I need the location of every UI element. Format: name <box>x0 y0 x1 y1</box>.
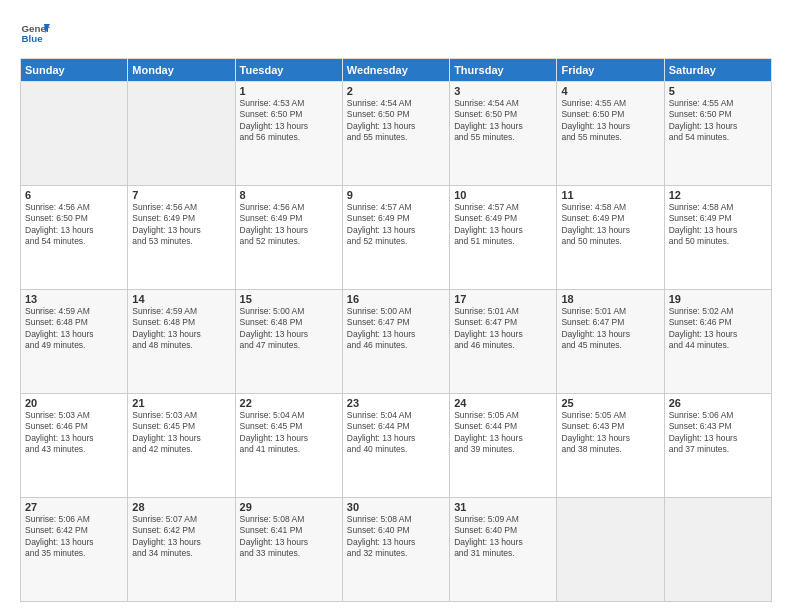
day-number: 16 <box>347 293 445 305</box>
page: General Blue SundayMondayTuesdayWednesda… <box>0 0 792 612</box>
day-number: 22 <box>240 397 338 409</box>
cell-info: Sunrise: 5:05 AM Sunset: 6:43 PM Dayligh… <box>561 410 659 456</box>
weekday-header-wednesday: Wednesday <box>342 59 449 82</box>
calendar-cell: 27Sunrise: 5:06 AM Sunset: 6:42 PM Dayli… <box>21 498 128 602</box>
calendar-cell: 30Sunrise: 5:08 AM Sunset: 6:40 PM Dayli… <box>342 498 449 602</box>
calendar-cell: 2Sunrise: 4:54 AM Sunset: 6:50 PM Daylig… <box>342 82 449 186</box>
cell-info: Sunrise: 5:07 AM Sunset: 6:42 PM Dayligh… <box>132 514 230 560</box>
day-number: 31 <box>454 501 552 513</box>
cell-info: Sunrise: 4:55 AM Sunset: 6:50 PM Dayligh… <box>669 98 767 144</box>
cell-info: Sunrise: 4:59 AM Sunset: 6:48 PM Dayligh… <box>25 306 123 352</box>
cell-info: Sunrise: 4:54 AM Sunset: 6:50 PM Dayligh… <box>454 98 552 144</box>
weekday-header-monday: Monday <box>128 59 235 82</box>
day-number: 7 <box>132 189 230 201</box>
day-number: 5 <box>669 85 767 97</box>
logo-icon: General Blue <box>20 18 50 48</box>
cell-info: Sunrise: 5:08 AM Sunset: 6:41 PM Dayligh… <box>240 514 338 560</box>
day-number: 6 <box>25 189 123 201</box>
calendar-cell: 6Sunrise: 4:56 AM Sunset: 6:50 PM Daylig… <box>21 186 128 290</box>
header: General Blue <box>20 18 772 48</box>
calendar-cell: 18Sunrise: 5:01 AM Sunset: 6:47 PM Dayli… <box>557 290 664 394</box>
day-number: 19 <box>669 293 767 305</box>
calendar-cell: 26Sunrise: 5:06 AM Sunset: 6:43 PM Dayli… <box>664 394 771 498</box>
cell-info: Sunrise: 5:03 AM Sunset: 6:45 PM Dayligh… <box>132 410 230 456</box>
calendar-cell: 24Sunrise: 5:05 AM Sunset: 6:44 PM Dayli… <box>450 394 557 498</box>
day-number: 29 <box>240 501 338 513</box>
cell-info: Sunrise: 4:56 AM Sunset: 6:49 PM Dayligh… <box>132 202 230 248</box>
cell-info: Sunrise: 4:58 AM Sunset: 6:49 PM Dayligh… <box>669 202 767 248</box>
calendar-cell: 29Sunrise: 5:08 AM Sunset: 6:41 PM Dayli… <box>235 498 342 602</box>
day-number: 9 <box>347 189 445 201</box>
calendar-cell: 9Sunrise: 4:57 AM Sunset: 6:49 PM Daylig… <box>342 186 449 290</box>
calendar-cell: 14Sunrise: 4:59 AM Sunset: 6:48 PM Dayli… <box>128 290 235 394</box>
week-row-1: 1Sunrise: 4:53 AM Sunset: 6:50 PM Daylig… <box>21 82 772 186</box>
weekday-header-tuesday: Tuesday <box>235 59 342 82</box>
calendar-cell: 17Sunrise: 5:01 AM Sunset: 6:47 PM Dayli… <box>450 290 557 394</box>
cell-info: Sunrise: 5:00 AM Sunset: 6:48 PM Dayligh… <box>240 306 338 352</box>
week-row-3: 13Sunrise: 4:59 AM Sunset: 6:48 PM Dayli… <box>21 290 772 394</box>
day-number: 17 <box>454 293 552 305</box>
calendar-cell: 8Sunrise: 4:56 AM Sunset: 6:49 PM Daylig… <box>235 186 342 290</box>
calendar-cell: 20Sunrise: 5:03 AM Sunset: 6:46 PM Dayli… <box>21 394 128 498</box>
calendar-cell: 22Sunrise: 5:04 AM Sunset: 6:45 PM Dayli… <box>235 394 342 498</box>
cell-info: Sunrise: 4:56 AM Sunset: 6:49 PM Dayligh… <box>240 202 338 248</box>
day-number: 26 <box>669 397 767 409</box>
day-number: 14 <box>132 293 230 305</box>
cell-info: Sunrise: 4:54 AM Sunset: 6:50 PM Dayligh… <box>347 98 445 144</box>
day-number: 1 <box>240 85 338 97</box>
weekday-header-friday: Friday <box>557 59 664 82</box>
cell-info: Sunrise: 4:56 AM Sunset: 6:50 PM Dayligh… <box>25 202 123 248</box>
week-row-5: 27Sunrise: 5:06 AM Sunset: 6:42 PM Dayli… <box>21 498 772 602</box>
cell-info: Sunrise: 5:02 AM Sunset: 6:46 PM Dayligh… <box>669 306 767 352</box>
cell-info: Sunrise: 5:03 AM Sunset: 6:46 PM Dayligh… <box>25 410 123 456</box>
day-number: 8 <box>240 189 338 201</box>
day-number: 27 <box>25 501 123 513</box>
weekday-header-saturday: Saturday <box>664 59 771 82</box>
calendar-cell: 4Sunrise: 4:55 AM Sunset: 6:50 PM Daylig… <box>557 82 664 186</box>
weekday-header-thursday: Thursday <box>450 59 557 82</box>
cell-info: Sunrise: 5:01 AM Sunset: 6:47 PM Dayligh… <box>561 306 659 352</box>
cell-info: Sunrise: 5:06 AM Sunset: 6:43 PM Dayligh… <box>669 410 767 456</box>
calendar-cell: 19Sunrise: 5:02 AM Sunset: 6:46 PM Dayli… <box>664 290 771 394</box>
calendar-cell: 5Sunrise: 4:55 AM Sunset: 6:50 PM Daylig… <box>664 82 771 186</box>
cell-info: Sunrise: 4:57 AM Sunset: 6:49 PM Dayligh… <box>347 202 445 248</box>
calendar-cell: 13Sunrise: 4:59 AM Sunset: 6:48 PM Dayli… <box>21 290 128 394</box>
calendar-cell <box>557 498 664 602</box>
cell-info: Sunrise: 4:57 AM Sunset: 6:49 PM Dayligh… <box>454 202 552 248</box>
calendar-cell <box>128 82 235 186</box>
weekday-header-row: SundayMondayTuesdayWednesdayThursdayFrid… <box>21 59 772 82</box>
logo: General Blue <box>20 18 50 48</box>
week-row-2: 6Sunrise: 4:56 AM Sunset: 6:50 PM Daylig… <box>21 186 772 290</box>
cell-info: Sunrise: 4:59 AM Sunset: 6:48 PM Dayligh… <box>132 306 230 352</box>
calendar-cell: 15Sunrise: 5:00 AM Sunset: 6:48 PM Dayli… <box>235 290 342 394</box>
day-number: 24 <box>454 397 552 409</box>
calendar-cell: 31Sunrise: 5:09 AM Sunset: 6:40 PM Dayli… <box>450 498 557 602</box>
day-number: 4 <box>561 85 659 97</box>
day-number: 12 <box>669 189 767 201</box>
day-number: 30 <box>347 501 445 513</box>
day-number: 21 <box>132 397 230 409</box>
cell-info: Sunrise: 5:04 AM Sunset: 6:44 PM Dayligh… <box>347 410 445 456</box>
day-number: 3 <box>454 85 552 97</box>
day-number: 10 <box>454 189 552 201</box>
day-number: 13 <box>25 293 123 305</box>
cell-info: Sunrise: 5:05 AM Sunset: 6:44 PM Dayligh… <box>454 410 552 456</box>
cell-info: Sunrise: 5:04 AM Sunset: 6:45 PM Dayligh… <box>240 410 338 456</box>
cell-info: Sunrise: 4:53 AM Sunset: 6:50 PM Dayligh… <box>240 98 338 144</box>
calendar-table: SundayMondayTuesdayWednesdayThursdayFrid… <box>20 58 772 602</box>
day-number: 28 <box>132 501 230 513</box>
calendar-cell: 3Sunrise: 4:54 AM Sunset: 6:50 PM Daylig… <box>450 82 557 186</box>
cell-info: Sunrise: 5:06 AM Sunset: 6:42 PM Dayligh… <box>25 514 123 560</box>
calendar-cell: 16Sunrise: 5:00 AM Sunset: 6:47 PM Dayli… <box>342 290 449 394</box>
calendar-cell: 11Sunrise: 4:58 AM Sunset: 6:49 PM Dayli… <box>557 186 664 290</box>
week-row-4: 20Sunrise: 5:03 AM Sunset: 6:46 PM Dayli… <box>21 394 772 498</box>
calendar-cell: 28Sunrise: 5:07 AM Sunset: 6:42 PM Dayli… <box>128 498 235 602</box>
calendar-cell <box>664 498 771 602</box>
cell-info: Sunrise: 4:58 AM Sunset: 6:49 PM Dayligh… <box>561 202 659 248</box>
calendar-cell: 1Sunrise: 4:53 AM Sunset: 6:50 PM Daylig… <box>235 82 342 186</box>
day-number: 15 <box>240 293 338 305</box>
calendar-cell: 21Sunrise: 5:03 AM Sunset: 6:45 PM Dayli… <box>128 394 235 498</box>
cell-info: Sunrise: 5:09 AM Sunset: 6:40 PM Dayligh… <box>454 514 552 560</box>
day-number: 2 <box>347 85 445 97</box>
calendar-cell: 23Sunrise: 5:04 AM Sunset: 6:44 PM Dayli… <box>342 394 449 498</box>
